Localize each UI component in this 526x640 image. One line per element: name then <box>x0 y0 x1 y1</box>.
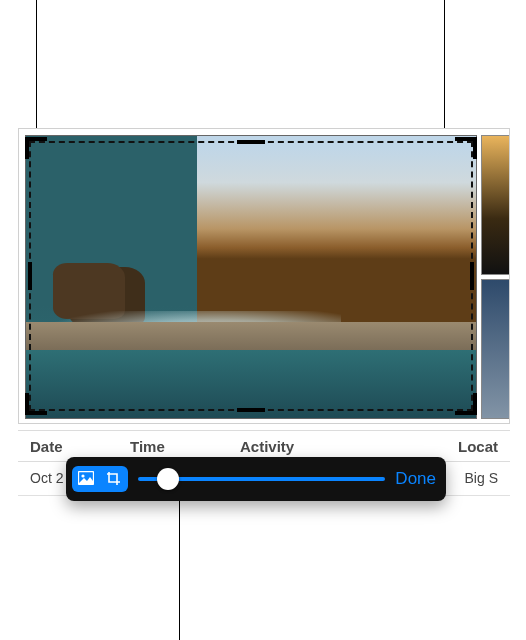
photo-icon <box>78 471 94 488</box>
svg-point-1 <box>81 474 84 477</box>
thumbnail[interactable] <box>481 279 510 419</box>
mode-segmented-control <box>72 466 128 492</box>
edit-toolbar: Done <box>66 457 446 501</box>
column-header-location[interactable]: Locat <box>444 431 510 461</box>
crop-icon <box>106 471 122 488</box>
photo-well-panel <box>18 128 510 424</box>
app-window: Date Time Activity Locat Oct 2 Big S <box>0 0 526 640</box>
crop-handle-left[interactable] <box>28 262 32 290</box>
mode-photo-button[interactable] <box>72 466 100 492</box>
crop-handle-right[interactable] <box>470 262 474 290</box>
callout-leader <box>36 0 37 136</box>
slider-knob[interactable] <box>157 468 179 490</box>
crop-handle-tl[interactable] <box>25 137 47 159</box>
crop-handle-bottom[interactable] <box>237 408 265 412</box>
thumbnail[interactable] <box>481 135 510 275</box>
crop-handle-bl[interactable] <box>25 393 47 415</box>
photo-main[interactable] <box>25 135 477 419</box>
callout-leader <box>179 494 180 640</box>
thumbnail-strip <box>481 135 510 419</box>
crop-handle-br[interactable] <box>455 393 477 415</box>
crop-handle-top[interactable] <box>237 140 265 144</box>
done-button[interactable]: Done <box>395 469 436 489</box>
zoom-slider[interactable] <box>138 457 385 501</box>
cell-location: Big S <box>444 462 510 495</box>
photo-region-beach <box>26 322 476 350</box>
mode-crop-button[interactable] <box>100 466 128 492</box>
callout-leader <box>444 0 445 136</box>
crop-handle-tr[interactable] <box>455 137 477 159</box>
